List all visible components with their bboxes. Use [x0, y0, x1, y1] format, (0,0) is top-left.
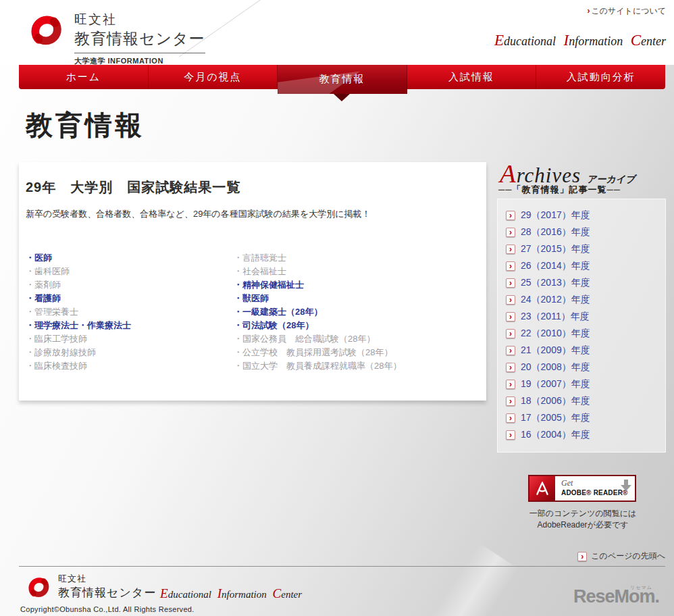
archive-year-link[interactable]: › 24（2012）年度 — [506, 291, 665, 308]
exam-link[interactable]: 獣医師 — [234, 292, 401, 305]
chevron-icon: › — [587, 6, 590, 16]
subtitle-word: Information — [563, 31, 623, 49]
archive-year-link[interactable]: › 16（2004）年度 — [506, 426, 665, 443]
exam-item: 国立大学 教員養成課程就職率（28年） — [234, 359, 401, 373]
get-adobe-reader-button[interactable]: Get ADOBE® READER® — [528, 475, 636, 502]
chevron-icon: › — [506, 245, 515, 254]
archive-year-link[interactable]: › 25（2013）年度 — [506, 274, 665, 291]
chevron-icon: › — [506, 278, 515, 288]
watermark-ruby: リセマム — [630, 584, 652, 591]
page-title: 教育情報 — [26, 107, 145, 144]
archive-year-link[interactable]: › 29（2017）年度 — [506, 207, 665, 224]
footer-logo: 旺文社 教育情報センター — [23, 571, 156, 602]
exam-item: 歯科医師 — [26, 265, 131, 278]
chevron-icon: › — [506, 312, 515, 322]
subtitle-word: Information — [217, 586, 267, 601]
archives-heading-suffix: アーカイブ — [587, 174, 635, 184]
archive-year-label: 24（2012）年度 — [521, 294, 590, 306]
subtitle-word: Educational — [494, 31, 556, 49]
adobe-logo-tile — [529, 476, 555, 500]
chevron-icon: › — [506, 380, 515, 389]
archive-year-label: 19（2007）年度 — [521, 378, 590, 390]
archive-year-label: 25（2013）年度 — [521, 277, 590, 289]
archive-year-link[interactable]: › 27（2015）年度 — [506, 240, 665, 257]
subtitle-word: Educational — [160, 586, 211, 601]
chevron-icon: › — [506, 329, 515, 338]
chevron-icon: › — [506, 228, 515, 237]
resemom-watermark: リセマム ReseMom. — [573, 586, 659, 607]
nav-tab-education-info[interactable]: 教育情報 — [278, 65, 407, 94]
exam-link[interactable]: 看護師 — [26, 292, 131, 305]
chevron-icon: › — [506, 413, 515, 423]
nav-tab-home[interactable]: ホーム — [19, 65, 149, 89]
exam-item: 臨床工学技師 — [26, 332, 131, 346]
exam-link-list-right: 言語聴覚士 社会福祉士 精神保健福祉士 獣医師 一級建築士（28年） 司法試験（… — [234, 251, 401, 373]
exam-item: 社会福祉士 — [234, 265, 401, 278]
archive-year-label: 17（2005）年度 — [521, 412, 590, 424]
exam-item: 公立学校 教員採用選考試験（28年） — [234, 346, 401, 359]
exam-link[interactable]: 理学療法士・作業療法士 — [26, 319, 131, 332]
chevron-icon: › — [506, 346, 515, 355]
archive-year-label: 23（2011）年度 — [521, 311, 590, 323]
brand-line1: 旺文社 — [74, 11, 205, 28]
archive-year-link[interactable]: › 20（2008）年度 — [506, 359, 665, 376]
adobe-caption: 一部のコンテンツの閲覧には AdobeReaderが必要です — [519, 508, 647, 531]
article-description: 新卒の受験者数、合格者数、合格率など、29年の各種国家試験の結果を大学別に掲載！ — [26, 208, 371, 220]
about-site-label: このサイトについて — [591, 6, 666, 16]
obunsha-swirl-icon — [23, 7, 69, 53]
nav-tab-monthly-view[interactable]: 今月の視点 — [149, 65, 278, 89]
about-site-link[interactable]: ›このサイトについて — [587, 5, 666, 17]
archive-year-link[interactable]: › 19（2007）年度 — [506, 376, 665, 392]
exam-link[interactable]: 医師 — [26, 251, 131, 265]
brand-tagline: 大学進学 INFORMATION — [74, 56, 205, 65]
obunsha-swirl-icon — [23, 571, 54, 602]
decorative-footer-stripe — [420, 543, 519, 616]
adobe-reader-icon — [534, 480, 551, 497]
page-top-label: このページの先頭へ — [591, 550, 665, 562]
archive-year-label: 20（2008）年度 — [521, 361, 590, 374]
archive-year-link[interactable]: › 17（2005）年度 — [506, 409, 665, 426]
exam-item: 言語聴覚士 — [234, 251, 401, 265]
archive-year-link[interactable]: › 18（2006）年度 — [506, 392, 665, 409]
chevron-icon: › — [506, 363, 515, 372]
chevron-icon: › — [506, 261, 515, 271]
adobe-caption-line1: 一部のコンテンツの閲覧には — [519, 508, 647, 519]
chevron-icon: › — [577, 552, 587, 561]
article-box: 29年 大学別 国家試験結果一覧 新卒の受験者数、合格者数、合格率など、29年の… — [19, 162, 486, 401]
exam-item: 診療放射線技師 — [26, 346, 131, 359]
archive-year-link[interactable]: › 23（2011）年度 — [506, 308, 665, 325]
page-top-link[interactable]: › このページの先頭へ — [577, 550, 665, 562]
archive-year-link[interactable]: › 26（2014）年度 — [506, 257, 665, 274]
exam-link-list-left: 医師 歯科医師 薬剤師 看護師 管理栄養士 理学療法士・作業療法士 臨床工学技師… — [26, 251, 131, 373]
exam-link[interactable]: 精神保健福祉士 — [234, 278, 401, 292]
subtitle-word: Center — [631, 31, 666, 49]
footer-brand-text: 旺文社 教育情報センター — [58, 571, 156, 600]
site-header: 旺文社 教育情報センター 大学進学 INFORMATION ›このサイトについて… — [0, 0, 674, 65]
adobe-badge-text: Get ADOBE® READER® — [555, 476, 635, 500]
footer-divider — [19, 566, 665, 567]
archive-year-link[interactable]: › 21（2009）年度 — [506, 342, 665, 359]
chevron-icon: › — [506, 430, 515, 440]
nav-tab-exam-info[interactable]: 入試情報 — [407, 65, 537, 89]
archive-year-label: 27（2015）年度 — [521, 243, 590, 255]
footer-brand-line1: 旺文社 — [58, 573, 156, 585]
archive-year-label: 18（2006）年度 — [521, 395, 590, 407]
nav-tab-exam-trend-analysis[interactable]: 入試動向分析 — [536, 65, 665, 89]
archive-year-label: 26（2014）年度 — [521, 260, 590, 272]
copyright-text: Copyright©Obunsha Co.,Ltd. All Rights Re… — [20, 605, 195, 613]
site-logo[interactable]: 旺文社 教育情報センター 大学進学 INFORMATION — [23, 7, 205, 65]
exam-link[interactable]: 一級建築士（28年） — [234, 305, 401, 319]
archive-year-link[interactable]: › 28（2016）年度 — [506, 224, 665, 240]
archives-list: › 29（2017）年度 › 28（2016）年度 › 27（2015）年度 ›… — [497, 199, 666, 453]
exam-link[interactable]: 司法試験（28年） — [234, 319, 401, 332]
archive-year-label: 21（2009）年度 — [521, 344, 590, 357]
download-arrow-icon — [621, 480, 631, 491]
page: 旺文社 教育情報センター 大学進学 INFORMATION ›このサイトについて… — [0, 0, 674, 616]
chevron-icon: › — [506, 295, 515, 305]
archive-year-link[interactable]: › 22（2010）年度 — [506, 325, 665, 342]
adobe-caption-line2: AdobeReaderが必要です — [519, 519, 647, 531]
brand-line2: 教育情報センター — [74, 28, 205, 53]
footer-subtitle: Educational Information Center — [157, 586, 302, 601]
subtitle-word: Center — [272, 586, 302, 601]
brand-text: 旺文社 教育情報センター 大学進学 INFORMATION — [74, 7, 205, 65]
